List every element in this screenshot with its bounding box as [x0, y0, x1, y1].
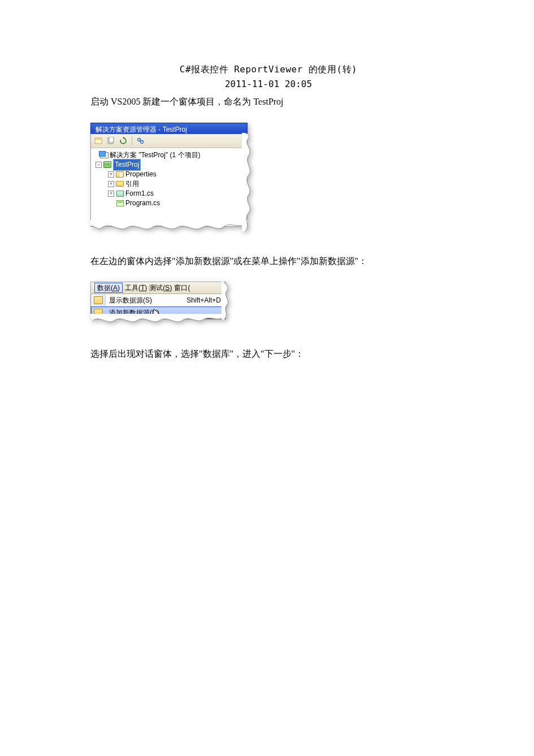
refresh-icon[interactable] [118, 136, 128, 146]
menu-shortcut: Shift+Alt+D [186, 295, 225, 306]
show-all-files-icon[interactable] [106, 136, 116, 146]
torn-edge-icon [222, 282, 231, 319]
svg-point-5 [141, 140, 144, 143]
project-icon [103, 161, 112, 169]
properties-folder-icon [115, 170, 124, 178]
svg-rect-3 [109, 137, 114, 142]
project-node[interactable]: − TestProj [92, 160, 246, 170]
solution-explorer-toolbar [90, 134, 248, 148]
form-file-icon [115, 189, 124, 197]
solution-explorer-title: 解决方案资源管理器 - TestProj [90, 123, 248, 134]
torn-edge-icon [90, 314, 226, 325]
properties-button-icon[interactable] [93, 136, 103, 146]
menu-test-label: 测试 [149, 284, 163, 292]
svg-rect-1 [95, 139, 101, 140]
menu-bar: 数据(A) 工具(T) 测试(S) 窗口( [90, 282, 226, 294]
references-node[interactable]: + 引用 [92, 179, 246, 189]
properties-node[interactable]: + Properties [92, 170, 246, 179]
menu-gutter [91, 294, 106, 306]
menu-show-ds-label: 显示数据源(S) [109, 295, 183, 306]
menu-test-mnemonic: S [165, 284, 170, 292]
para-2: 在左边的窗体内选择"添加新数据源"或在菜单上操作"添加新数据源"： [90, 254, 446, 269]
para-3: 选择后出现对话窗体，选择"数据库"，进入"下一步"： [90, 347, 446, 361]
menu-window[interactable]: 窗口( [174, 283, 190, 293]
doc-title: C#报表控件 ReportViewer 的使用(转) [90, 62, 446, 77]
expander-plus-icon[interactable]: + [108, 171, 114, 178]
menu-window-label: 窗口 [174, 284, 188, 292]
menu-tools[interactable]: 工具(T) [125, 283, 147, 293]
view-class-diagram-icon[interactable] [136, 136, 146, 146]
menu-tools-mnemonic: T [141, 284, 145, 292]
program-label: Program.cs [125, 198, 160, 209]
menu-screenshot: 数据(A) 工具(T) 测试(S) 窗口( 显示数据源(S) Shift+Alt… [90, 282, 226, 319]
toolbar-separator [132, 136, 132, 146]
expander-plus-icon[interactable]: + [108, 191, 114, 197]
csharp-file-icon [115, 199, 124, 207]
menu-show-datasources[interactable]: 显示数据源(S) Shift+Alt+D [91, 294, 225, 306]
menu-data[interactable]: 数据(A) [94, 283, 123, 293]
datasource-window-icon [94, 296, 103, 304]
menu-data-label: 数据 [97, 283, 111, 293]
menu-test[interactable]: 测试(S) [149, 283, 172, 293]
form1-node[interactable]: + Form1.cs [92, 189, 246, 198]
expander-minus-icon[interactable]: − [95, 162, 102, 168]
expander-plus-icon[interactable]: + [108, 181, 114, 187]
menu-tools-label: 工具 [125, 284, 138, 292]
torn-edge-icon [242, 133, 252, 231]
doc-date: 2011-11-01 20:05 [90, 77, 446, 92]
program-node[interactable]: Program.cs [92, 198, 246, 208]
svg-point-4 [138, 138, 141, 141]
references-folder-icon [115, 180, 124, 188]
torn-edge-icon [90, 220, 248, 232]
solution-icon [99, 151, 108, 159]
solution-explorer-panel: 解决方案资源管理器 - TestProj 解决方案 "TestProj" (1 … [90, 123, 248, 227]
solution-tree: 解决方案 "TestProj" (1 个项目) − TestProj + Pro… [90, 148, 248, 227]
para-1: 启动 VS2005 新建一个窗体项目，命名为 TestProj [90, 94, 446, 109]
menu-data-mnemonic: A [113, 283, 118, 293]
